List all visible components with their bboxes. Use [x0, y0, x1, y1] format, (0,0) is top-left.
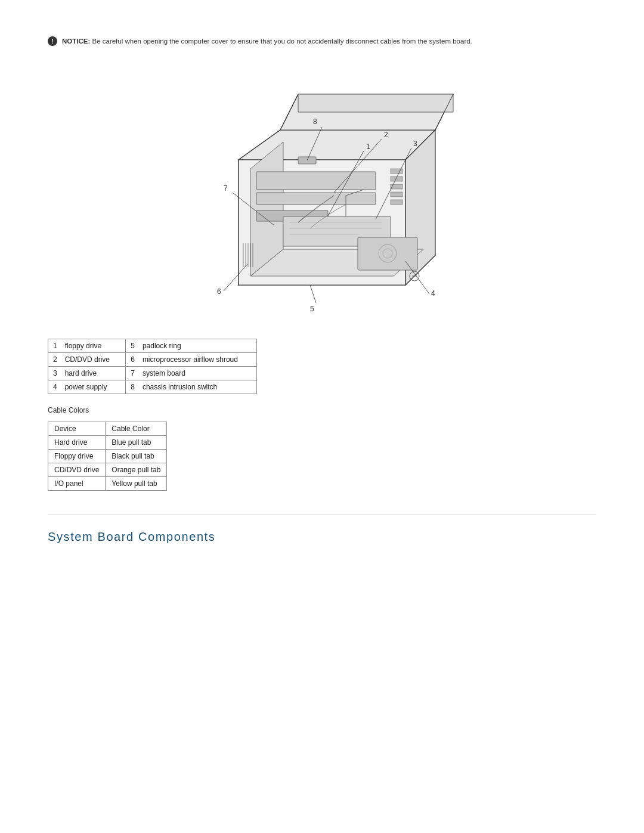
- comp-name2: system board: [138, 367, 257, 380]
- component-row: 1 floppy drive 5 padlock ring: [48, 339, 257, 353]
- comp-num: 1: [48, 339, 60, 353]
- comp-num: 4: [48, 380, 60, 394]
- comp-num2: 6: [126, 353, 138, 367]
- svg-rect-23: [391, 192, 402, 197]
- diagram-label-6: 6: [217, 287, 221, 296]
- diagram-label-5: 5: [310, 305, 314, 313]
- cable-cell: CD/DVD drive: [48, 463, 106, 477]
- comp-num2: 7: [126, 367, 138, 380]
- cable-cell: Floppy drive: [48, 450, 106, 463]
- component-row: 4 power supply 8 chassis intrusion switc…: [48, 380, 257, 394]
- component-table: 1 floppy drive 5 padlock ring 2 CD/DVD d…: [48, 339, 257, 394]
- diagram-label-4: 4: [431, 289, 435, 298]
- comp-name2: microprocessor airflow shroud: [138, 353, 257, 367]
- cable-cell: Yellow pull tab: [106, 477, 167, 491]
- cable-row: Floppy driveBlack pull tab: [48, 450, 167, 463]
- diagram-area: 1 2 3 4 5 6 7: [48, 64, 596, 321]
- computer-illustration: 1 2 3 4 5 6 7: [179, 64, 465, 321]
- comp-num: 3: [48, 367, 60, 380]
- page-container: ! NOTICE: Be careful when opening the co…: [0, 0, 644, 592]
- svg-rect-3: [256, 193, 376, 205]
- notice-text: NOTICE: Be careful when opening the comp…: [62, 36, 472, 47]
- cable-cell: I/O panel: [48, 477, 106, 491]
- cable-cell: Black pull tab: [106, 450, 167, 463]
- cable-header: Cable Color: [106, 422, 167, 436]
- notice-label: NOTICE:: [62, 38, 90, 45]
- section-heading: System Board Components: [48, 530, 596, 544]
- cable-row: I/O panelYellow pull tab: [48, 477, 167, 491]
- comp-name: floppy drive: [60, 339, 126, 353]
- section-divider: [48, 515, 596, 515]
- svg-rect-24: [391, 200, 402, 205]
- svg-rect-2: [256, 172, 376, 190]
- comp-num2: 5: [126, 339, 138, 353]
- computer-diagram-container: 1 2 3 4 5 6 7: [179, 64, 465, 321]
- comp-name: CD/DVD drive: [60, 353, 126, 367]
- svg-rect-22: [391, 184, 402, 189]
- comp-name: power supply: [60, 380, 126, 394]
- diagram-label-1: 1: [366, 143, 370, 151]
- comp-num: 2: [48, 353, 60, 367]
- cable-colors-label: Cable Colors: [48, 406, 596, 414]
- notice-icon: !: [48, 36, 57, 46]
- cable-row: CD/DVD driveOrange pull tab: [48, 463, 167, 477]
- cable-cell: Blue pull tab: [106, 436, 167, 450]
- cable-cell: Hard drive: [48, 436, 106, 450]
- component-row: 2 CD/DVD drive 6 microprocessor airflow …: [48, 353, 257, 367]
- cable-row: Hard driveBlue pull tab: [48, 436, 167, 450]
- diagram-label-7: 7: [224, 184, 228, 193]
- cable-cell: Orange pull tab: [106, 463, 167, 477]
- comp-name2: padlock ring: [138, 339, 257, 353]
- cable-header: Device: [48, 422, 106, 436]
- comp-num2: 8: [126, 380, 138, 394]
- svg-line-29: [310, 285, 316, 303]
- diagram-label-3: 3: [413, 140, 417, 148]
- comp-name: hard drive: [60, 367, 126, 380]
- component-row: 3 hard drive 7 system board: [48, 367, 257, 380]
- cable-table: DeviceCable Color Hard driveBlue pull ta…: [48, 422, 167, 491]
- diagram-label-8: 8: [313, 117, 317, 126]
- notice-block: ! NOTICE: Be careful when opening the co…: [48, 36, 596, 47]
- notice-body: Be careful when opening the computer cov…: [92, 38, 472, 45]
- comp-name2: chassis intrusion switch: [138, 380, 257, 394]
- diagram-label-2: 2: [384, 131, 388, 139]
